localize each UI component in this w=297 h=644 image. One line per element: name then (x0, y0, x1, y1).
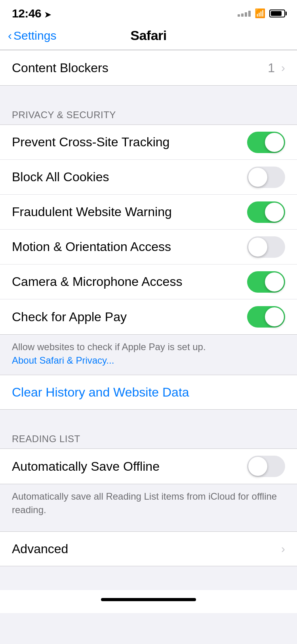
home-bar (101, 598, 196, 601)
toggle-knob (248, 238, 267, 257)
reading-list-footer: Automatically save all Reading List item… (0, 484, 297, 524)
toggle-knob (265, 133, 284, 152)
prevent-tracking-label: Prevent Cross-Site Tracking (12, 135, 169, 150)
toggle-knob (265, 272, 284, 291)
status-icons: 📶 (238, 8, 285, 19)
privacy-section-header: PRIVACY & SECURITY (0, 100, 297, 125)
advanced-label: Advanced (12, 542, 68, 556)
fraudulent-warning-toggle[interactable] (247, 201, 285, 223)
reading-list-section-header: READING LIST (0, 424, 297, 448)
prevent-tracking-row[interactable]: Prevent Cross-Site Tracking (0, 125, 297, 160)
signal-icon (238, 11, 251, 17)
motion-orientation-toggle[interactable] (247, 236, 285, 258)
spacer-1 (0, 86, 297, 100)
home-indicator (0, 590, 297, 613)
chevron-right-icon: › (281, 61, 285, 75)
auto-save-offline-toggle[interactable] (247, 456, 285, 477)
auto-save-offline-label: Automatically Save Offline (12, 459, 160, 474)
block-cookies-toggle[interactable] (247, 167, 285, 188)
fraudulent-warning-row[interactable]: Fraudulent Website Warning (0, 195, 297, 230)
apple-pay-row[interactable]: Check for Apple Pay (0, 299, 297, 334)
nav-bar: ‹ Settings Safari (0, 24, 297, 50)
page-title: Safari (130, 28, 167, 43)
camera-microphone-label: Camera & Microphone Access (12, 274, 182, 289)
back-label: Settings (13, 29, 56, 42)
content-blockers-value: 1 (268, 61, 275, 75)
block-cookies-label: Block All Cookies (12, 170, 109, 184)
battery-icon (269, 10, 285, 17)
prevent-tracking-toggle[interactable] (247, 132, 285, 153)
auto-save-offline-row[interactable]: Automatically Save Offline (0, 449, 297, 484)
content-blockers-row[interactable]: Content Blockers 1 › (0, 50, 297, 85)
camera-microphone-row[interactable]: Camera & Microphone Access (0, 264, 297, 299)
fraudulent-warning-label: Fraudulent Website Warning (12, 205, 172, 219)
reading-list-settings-group: Automatically Save Offline (0, 448, 297, 484)
back-button[interactable]: ‹ Settings (8, 29, 56, 42)
advanced-row[interactable]: Advanced › (0, 531, 297, 566)
privacy-settings-group: Prevent Cross-Site Tracking Block All Co… (0, 125, 297, 335)
chevron-left-icon: ‹ (8, 30, 12, 42)
content-blockers-right: 1 › (268, 61, 285, 75)
status-time: 12:46 ➤ (12, 7, 51, 20)
content-blockers-group: Content Blockers 1 › (0, 50, 297, 86)
content-blockers-label: Content Blockers (12, 61, 109, 75)
about-safari-privacy-link[interactable]: About Safari & Privacy... (12, 355, 114, 366)
privacy-footer: Allow websites to check if Apple Pay is … (0, 335, 297, 375)
camera-microphone-toggle[interactable] (247, 271, 285, 293)
motion-orientation-row[interactable]: Motion & Orientation Access (0, 230, 297, 264)
spacer-2 (0, 410, 297, 424)
privacy-footer-text: Allow websites to check if Apple Pay is … (12, 341, 206, 352)
wifi-icon: 📶 (255, 8, 265, 19)
toggle-knob (265, 307, 284, 326)
apple-pay-toggle[interactable] (247, 306, 285, 328)
clear-history-row[interactable]: Clear History and Website Data (0, 375, 297, 410)
status-bar: 12:46 ➤ 📶 (0, 0, 297, 24)
clear-history-label: Clear History and Website Data (12, 385, 189, 400)
toggle-knob (248, 457, 267, 476)
toggle-knob (248, 168, 267, 187)
chevron-right-icon: › (281, 542, 285, 556)
spacer-3 (0, 524, 297, 531)
block-cookies-row[interactable]: Block All Cookies (0, 160, 297, 195)
bottom-spacer (0, 566, 297, 590)
toggle-knob (265, 203, 284, 222)
motion-orientation-label: Motion & Orientation Access (12, 240, 171, 254)
reading-list-footer-text: Automatically save all Reading List item… (12, 491, 277, 515)
apple-pay-label: Check for Apple Pay (12, 310, 127, 324)
